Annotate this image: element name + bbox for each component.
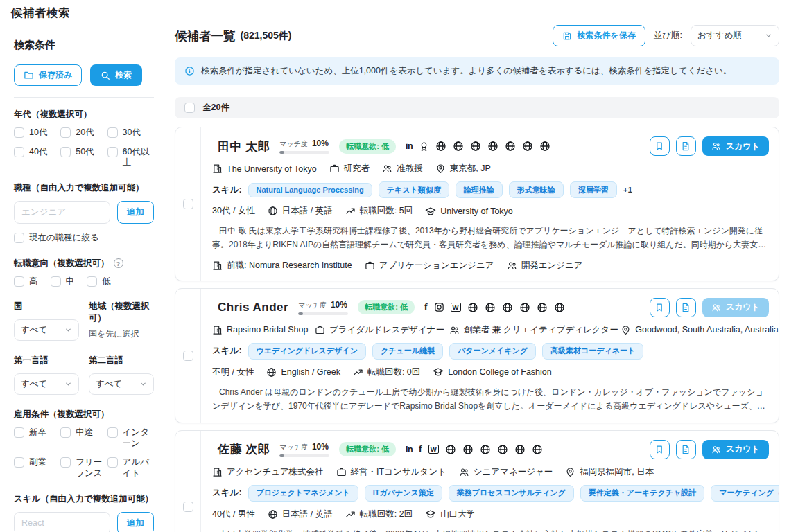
- checkbox[interactable]: [60, 147, 71, 157]
- employment-option-intern[interactable]: インターン: [107, 427, 154, 449]
- candidate-name[interactable]: Chris Ander: [212, 301, 288, 314]
- candidate-job-changes: 転職回数: 2回: [360, 508, 413, 520]
- instagram-icon[interactable]: [434, 302, 444, 312]
- checkbox[interactable]: [14, 127, 24, 138]
- checkbox[interactable]: [14, 233, 24, 243]
- skill-pill: 業務プロセスコンサルティング: [449, 485, 574, 502]
- employment-option-freelance[interactable]: フリーランス: [60, 457, 103, 479]
- checkbox[interactable]: [60, 427, 71, 438]
- select-all-checkbox[interactable]: [184, 103, 195, 113]
- globe-link-icon[interactable]: [485, 302, 496, 313]
- lang1-select[interactable]: すべて: [14, 373, 79, 395]
- facebook-icon[interactable]: f: [419, 444, 422, 455]
- checkbox[interactable]: [51, 276, 61, 287]
- job-type-add-button[interactable]: 追加: [117, 201, 154, 224]
- candidate-name[interactable]: 田中 太郎: [212, 139, 270, 154]
- bookmark-button[interactable]: [650, 136, 670, 156]
- save-search-conditions-button[interactable]: 検索条件を保存: [553, 25, 645, 46]
- candidate-description: 田中 敬 氏は東京大学工学系研究科博士課程修了後、2013年から野村総合研究所で…: [212, 224, 769, 252]
- globe-link-icon[interactable]: [519, 302, 530, 313]
- globe-link-icon[interactable]: [554, 302, 565, 313]
- memo-button[interactable]: [676, 298, 696, 317]
- checkbox[interactable]: [14, 276, 24, 287]
- globe-link-icon[interactable]: [470, 141, 481, 152]
- globe-link-icon[interactable]: [462, 444, 474, 455]
- age-option-40s[interactable]: 40代: [14, 147, 56, 168]
- current-job-only-checkbox[interactable]: 現在の職種に絞る: [14, 233, 154, 244]
- scout-button[interactable]: スカウト: [702, 136, 769, 156]
- globe-link-icon[interactable]: [537, 302, 548, 313]
- globe-link-icon[interactable]: [445, 444, 456, 455]
- checkbox[interactable]: [60, 457, 71, 468]
- sort-select[interactable]: おすすめ順: [691, 25, 779, 46]
- intent-option-mid[interactable]: 中: [51, 276, 75, 287]
- save-icon: [562, 31, 572, 41]
- intent-badge: 転職意欲: 低: [339, 442, 396, 456]
- skill-input[interactable]: [14, 512, 110, 532]
- candidate-checkbox[interactable]: [183, 351, 193, 361]
- checkbox[interactable]: [107, 457, 118, 468]
- saved-searches-button[interactable]: 保存済み: [14, 64, 82, 86]
- candidate-checkbox[interactable]: [183, 199, 193, 209]
- age-option-20s[interactable]: 20代: [60, 127, 103, 139]
- search-icon: [101, 71, 110, 80]
- checkbox[interactable]: [14, 147, 24, 157]
- candidate-name[interactable]: 佐藤 次郎: [212, 441, 270, 457]
- globe-link-icon[interactable]: [532, 444, 543, 455]
- wikipedia-icon[interactable]: W: [451, 303, 461, 312]
- globe-link-icon[interactable]: [497, 444, 508, 455]
- globe-link-icon[interactable]: [435, 141, 446, 152]
- award-icon[interactable]: [419, 141, 429, 152]
- globe-link-icon[interactable]: [502, 302, 513, 313]
- country-select[interactable]: すべて: [14, 319, 79, 341]
- candidate-demographics: 不明 / 女性: [212, 366, 254, 378]
- globe-link-icon[interactable]: [480, 444, 491, 455]
- linkedin-icon[interactable]: in: [406, 445, 413, 454]
- employment-option-parttime[interactable]: アルバイト: [107, 457, 154, 479]
- age-option-60plus[interactable]: 60代以上: [107, 147, 154, 168]
- employment-option-midcareer[interactable]: 中途: [60, 427, 103, 449]
- skill-pill: ウエディングドレスデザイン: [248, 343, 366, 360]
- checkbox[interactable]: [87, 276, 97, 287]
- globe-link-icon[interactable]: [467, 302, 478, 313]
- scout-button[interactable]: スカウト: [702, 440, 769, 459]
- search-button[interactable]: 検索: [90, 64, 142, 86]
- age-option-50s[interactable]: 50代: [60, 147, 103, 168]
- checkbox[interactable]: [60, 127, 71, 138]
- checkbox[interactable]: [14, 457, 24, 468]
- globe-link-icon[interactable]: [522, 141, 533, 152]
- memo-button[interactable]: [676, 440, 696, 459]
- employment-option-sidejob[interactable]: 副業: [14, 457, 56, 479]
- wikipedia-icon[interactable]: W: [428, 445, 439, 454]
- scout-button[interactable]: スカウト: [702, 298, 769, 317]
- pin-icon: [621, 325, 631, 335]
- people-icon: [449, 325, 460, 335]
- employment-option-newgrad[interactable]: 新卒: [14, 427, 56, 449]
- globe-link-icon[interactable]: [505, 141, 516, 152]
- checkbox[interactable]: [107, 127, 118, 138]
- select-all-label: 全20件: [202, 102, 229, 114]
- checkbox[interactable]: [107, 427, 118, 438]
- linkedin-icon[interactable]: in: [406, 141, 413, 151]
- help-icon[interactable]: ?: [114, 258, 123, 268]
- intent-option-low[interactable]: 低: [87, 276, 111, 287]
- bookmark-button[interactable]: [650, 298, 670, 317]
- globe-link-icon[interactable]: [487, 141, 498, 152]
- checkbox[interactable]: [14, 427, 24, 438]
- globe-link-icon[interactable]: [453, 141, 464, 152]
- age-option-10s[interactable]: 10代: [14, 127, 56, 139]
- globe-link-icon[interactable]: [514, 444, 526, 455]
- globe-link-icon[interactable]: [539, 141, 550, 152]
- skill-pill: 要件定義・アーキテクチャ設計: [580, 485, 705, 502]
- skill-add-button[interactable]: 追加: [117, 512, 154, 532]
- facebook-icon[interactable]: f: [424, 302, 428, 313]
- checkbox[interactable]: [107, 147, 118, 157]
- intent-option-high[interactable]: 高: [14, 276, 38, 287]
- pin-icon: [565, 467, 575, 477]
- job-type-input[interactable]: [14, 201, 110, 224]
- age-option-30s[interactable]: 30代: [107, 127, 154, 139]
- bookmark-button[interactable]: [650, 440, 670, 459]
- candidate-checkbox[interactable]: [183, 502, 193, 512]
- lang2-select[interactable]: すべて: [89, 373, 154, 395]
- memo-button[interactable]: [676, 136, 696, 156]
